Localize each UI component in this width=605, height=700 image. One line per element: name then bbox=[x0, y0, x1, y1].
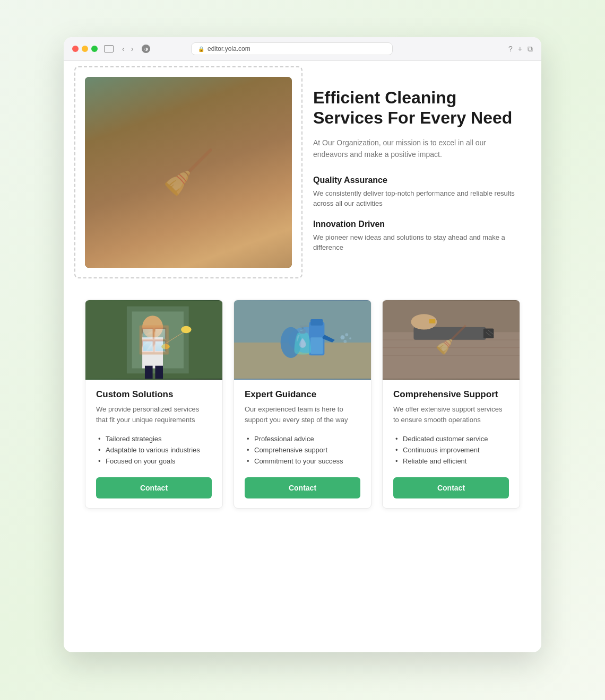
svg-rect-31 bbox=[234, 343, 371, 379]
maximize-button[interactable] bbox=[91, 46, 98, 52]
svg-point-38 bbox=[343, 340, 347, 343]
card-body-1: Custom Solutions We provide personalized… bbox=[85, 380, 222, 508]
svg-point-23 bbox=[142, 316, 163, 338]
back-button[interactable]: ‹ bbox=[120, 43, 127, 54]
svg-rect-27 bbox=[145, 366, 153, 379]
minimize-button[interactable] bbox=[82, 46, 88, 52]
browser-toolbar: ‹ › ◑ 🔒 editor.yola.com ? + ⧉ bbox=[64, 37, 541, 61]
svg-rect-0 bbox=[85, 77, 292, 268]
svg-rect-49 bbox=[429, 319, 436, 323]
list-item: Continuous improvement bbox=[393, 444, 509, 456]
svg-point-17 bbox=[128, 125, 148, 146]
svg-point-14 bbox=[245, 202, 264, 215]
card-desc-2: Our experienced team is here to support … bbox=[245, 404, 360, 425]
hero-image-container bbox=[85, 77, 292, 268]
close-button[interactable] bbox=[72, 46, 79, 52]
feature-desc-2: We pioneer new ideas and solutions to st… bbox=[313, 232, 520, 253]
svg-line-8 bbox=[191, 146, 194, 204]
svg-point-18 bbox=[116, 176, 128, 185]
nav-buttons: ‹ › bbox=[120, 43, 135, 54]
card-list-3: Dedicated customer service Continuous im… bbox=[393, 433, 509, 467]
card-body-2: Expert Guidance Our experienced team is … bbox=[234, 380, 371, 508]
card-image-3 bbox=[383, 300, 520, 380]
svg-rect-1 bbox=[202, 77, 292, 183]
svg-rect-2 bbox=[212, 82, 281, 178]
svg-rect-3 bbox=[85, 204, 292, 268]
card-title-2: Expert Guidance bbox=[245, 389, 360, 400]
svg-rect-24 bbox=[142, 337, 163, 368]
card-comprehensive-support: Comprehensive Support We offer extensive… bbox=[382, 300, 520, 509]
traffic-lights bbox=[72, 46, 98, 52]
svg-point-16 bbox=[122, 135, 154, 188]
add-tab-button[interactable]: + bbox=[518, 45, 522, 54]
card-expert-guidance: Expert Guidance Our experienced team is … bbox=[234, 300, 371, 509]
card-desc-3: We offer extensive support services to e… bbox=[393, 404, 509, 425]
card-title-3: Comprehensive Support bbox=[393, 389, 509, 400]
card-list-1: Tailored strategies Adaptable to various… bbox=[96, 433, 212, 467]
svg-rect-19 bbox=[180, 172, 202, 204]
card-body-3: Comprehensive Support We offer extensive… bbox=[383, 380, 520, 508]
svg-point-36 bbox=[341, 335, 345, 339]
card-list-2: Professional advice Comprehensive suppor… bbox=[245, 433, 360, 467]
feature-title-1: Quality Assurance bbox=[313, 176, 520, 185]
hero-subtitle: At Our Organization, our mission is to e… bbox=[313, 137, 520, 161]
svg-point-15 bbox=[257, 206, 273, 215]
card-custom-solutions: Custom Solutions We provide personalized… bbox=[85, 300, 223, 509]
list-item: Tailored strategies bbox=[96, 433, 212, 444]
hero-text: Efficient Cleaning Services For Every Ne… bbox=[313, 77, 520, 264]
svg-rect-35 bbox=[310, 319, 323, 326]
forward-button[interactable]: › bbox=[129, 43, 136, 54]
contact-button-2[interactable]: Contact bbox=[245, 477, 360, 498]
svg-rect-40 bbox=[310, 337, 323, 354]
svg-line-9 bbox=[199, 146, 202, 204]
svg-rect-28 bbox=[155, 366, 163, 379]
svg-point-11 bbox=[184, 118, 214, 134]
list-item: Adaptable to various industries bbox=[96, 444, 212, 456]
svg-point-33 bbox=[281, 327, 301, 358]
svg-point-5 bbox=[165, 135, 218, 209]
hero-section: Efficient Cleaning Services For Every Ne… bbox=[85, 77, 520, 268]
list-item: Reliable and efficient bbox=[393, 456, 509, 467]
list-item: Professional advice bbox=[245, 433, 360, 444]
lock-icon: 🔒 bbox=[198, 46, 204, 52]
half-moon-icon: ◑ bbox=[142, 45, 150, 53]
list-item: Dedicated customer service bbox=[393, 433, 509, 444]
list-item: Comprehensive support bbox=[245, 444, 360, 456]
browser-content: Efficient Cleaning Services For Every Ne… bbox=[64, 61, 541, 652]
feature-quality-assurance: Quality Assurance We consistently delive… bbox=[313, 176, 520, 209]
copy-button[interactable]: ⧉ bbox=[528, 45, 533, 54]
svg-point-39 bbox=[349, 337, 351, 339]
tabs-icon[interactable] bbox=[104, 45, 114, 52]
toolbar-actions: ? + ⧉ bbox=[508, 45, 533, 54]
url-text: editor.yola.com bbox=[208, 45, 250, 52]
help-button[interactable]: ? bbox=[508, 45, 513, 54]
contact-button-3[interactable]: Contact bbox=[393, 477, 509, 498]
svg-point-29 bbox=[161, 344, 170, 349]
svg-point-26 bbox=[181, 326, 191, 334]
address-bar[interactable]: 🔒 editor.yola.com bbox=[191, 42, 393, 55]
contact-button-1[interactable]: Contact bbox=[96, 477, 212, 498]
card-desc-1: We provide personalized services that fi… bbox=[96, 404, 212, 425]
feature-innovation-driven: Innovation Driven We pioneer new ideas a… bbox=[313, 220, 520, 253]
card-title-1: Custom Solutions bbox=[96, 389, 212, 400]
hero-image bbox=[85, 77, 292, 268]
browser-window: ‹ › ◑ 🔒 editor.yola.com ? + ⧉ bbox=[64, 37, 541, 652]
svg-point-13 bbox=[211, 165, 256, 222]
card-image-1 bbox=[85, 300, 222, 380]
svg-rect-4 bbox=[85, 202, 292, 207]
svg-point-37 bbox=[345, 333, 348, 336]
svg-line-7 bbox=[183, 146, 186, 204]
feature-desc-1: We consistently deliver top-notch perfor… bbox=[313, 188, 520, 209]
list-item: Commitment to your success bbox=[245, 456, 360, 467]
feature-title-2: Innovation Driven bbox=[313, 220, 520, 229]
svg-line-6 bbox=[175, 146, 178, 204]
svg-point-10 bbox=[184, 118, 214, 152]
card-image-2 bbox=[234, 300, 371, 380]
list-item: Focused on your goals bbox=[96, 456, 212, 467]
hero-title: Efficient Cleaning Services For Every Ne… bbox=[313, 88, 520, 128]
svg-rect-12 bbox=[191, 141, 207, 151]
cards-section: Custom Solutions We provide personalized… bbox=[85, 300, 520, 509]
